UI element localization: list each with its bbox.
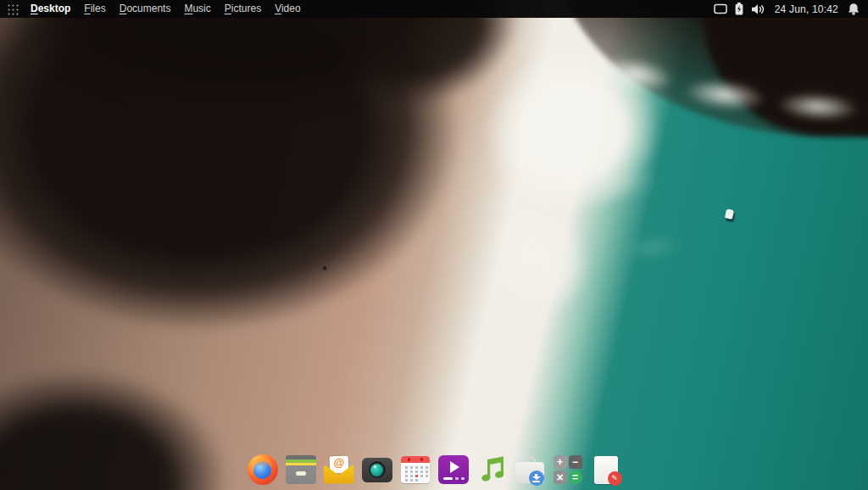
notifications-bell-icon[interactable]	[848, 0, 860, 18]
menu-music[interactable]: Music	[177, 0, 217, 18]
volume-icon[interactable]	[751, 0, 765, 18]
music-player-icon	[477, 455, 506, 484]
app-grid-button[interactable]	[0, 0, 24, 18]
dock-item-camera[interactable]	[362, 454, 392, 486]
text-editor-icon: ✎	[594, 456, 618, 484]
dock-item-email[interactable]: @	[324, 454, 354, 486]
software-store-icon	[515, 455, 545, 485]
play-icon	[450, 461, 459, 473]
firefox-browser-icon	[248, 454, 278, 485]
video-progress-segment	[461, 477, 465, 480]
app-grid-icon	[6, 3, 19, 15]
menu-documents-label: Documents	[120, 0, 171, 18]
menu-music-label: Music	[184, 0, 210, 18]
dock-item-music[interactable]	[476, 454, 507, 486]
mail-at-glyph: @	[333, 455, 344, 472]
desktop: Desktop Files Documents Music Pictures V…	[0, 0, 868, 490]
menu-desktop[interactable]: Desktop	[24, 0, 77, 18]
camera-lens	[370, 464, 383, 476]
dock-item-calculator[interactable]: + − × =	[553, 454, 583, 486]
video-progress-segment	[455, 477, 459, 480]
file-manager-icon	[286, 455, 316, 484]
menu-files-label: Files	[84, 0, 105, 18]
calculator-icon: + − × =	[554, 455, 582, 484]
dock-item-videos[interactable]	[438, 454, 469, 486]
menu-pictures-label: Pictures	[225, 0, 261, 18]
dock-item-firefox[interactable]	[248, 454, 278, 486]
menu-pictures[interactable]: Pictures	[218, 0, 268, 18]
dock-item-file-manager[interactable]	[286, 454, 316, 486]
panel-left-section: Desktop Files Documents Music Pictures V…	[0, 0, 308, 18]
menu-desktop-label: Desktop	[31, 0, 70, 18]
download-tray	[532, 481, 540, 482]
calendar-header-band	[401, 456, 430, 463]
tiny-person-on-sand	[323, 266, 326, 270]
firefox-swirl	[253, 459, 271, 467]
calendar-icon	[401, 456, 430, 483]
desktop-wallpaper[interactable]	[0, 0, 868, 490]
display-icon[interactable]	[714, 0, 727, 18]
pencil-badge: ✎	[608, 471, 622, 486]
calendar-day-grid	[405, 466, 408, 469]
video-progress-bar	[443, 477, 453, 480]
top-panel: Desktop Files Documents Music Pictures V…	[0, 0, 868, 18]
calc-multiply-key: ×	[554, 471, 567, 484]
dock-item-text-editor[interactable]: ✎	[591, 454, 621, 486]
menu-files[interactable]: Files	[77, 0, 112, 18]
calc-equals-key: =	[569, 471, 582, 484]
dock-item-software[interactable]	[515, 454, 545, 486]
battery-charging-icon[interactable]	[735, 0, 743, 18]
video-player-icon	[438, 455, 469, 484]
panel-status-area: 24 Jun, 10:42	[714, 0, 868, 18]
calendar-ring	[420, 458, 423, 461]
menu-video-label: Video	[275, 0, 300, 18]
calc-plus-key: +	[554, 455, 567, 469]
dock: @	[0, 454, 868, 486]
download-arrow-head	[532, 476, 541, 480]
camera-lens-highlight	[374, 465, 376, 468]
clock[interactable]: 24 Jun, 10:42	[773, 3, 840, 15]
calc-minus-key: −	[569, 455, 582, 469]
cabinet-label	[296, 471, 306, 476]
menu-documents[interactable]: Documents	[113, 0, 178, 18]
dock-item-calendar[interactable]	[400, 454, 431, 486]
pencil-icon: ✎	[611, 475, 618, 482]
email-icon: @	[324, 456, 354, 484]
camera-icon	[362, 458, 392, 482]
calendar-ring	[408, 458, 410, 461]
menu-video[interactable]: Video	[268, 0, 307, 18]
